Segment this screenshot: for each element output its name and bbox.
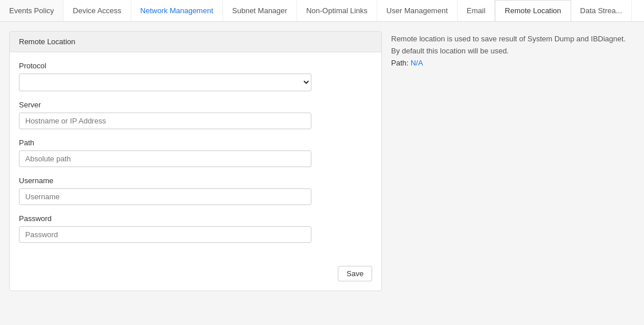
tab-events-policy[interactable]: Events Policy bbox=[0, 0, 64, 21]
right-panel: Remote location is used to save result o… bbox=[391, 31, 635, 291]
protocol-select-wrapper: FTP SFTP SCP bbox=[19, 73, 311, 91]
info-line1: Remote location is used to save result o… bbox=[391, 34, 626, 43]
protocol-label: Protocol bbox=[19, 61, 372, 70]
password-input[interactable] bbox=[19, 226, 311, 243]
info-path-label: Path: bbox=[391, 59, 408, 67]
main-content: Remote Location Protocol FTP SFTP SCP Se… bbox=[0, 22, 644, 300]
form-footer: Save bbox=[10, 261, 381, 291]
info-path-value: N/A bbox=[411, 59, 423, 67]
username-group: Username bbox=[19, 176, 372, 205]
info-text: Remote location is used to save result o… bbox=[391, 33, 635, 69]
tab-network-management[interactable]: Network Management bbox=[131, 0, 223, 21]
tab-non-optimal-links[interactable]: Non-Optimal Links bbox=[297, 0, 377, 21]
server-input[interactable] bbox=[19, 113, 311, 129]
path-group: Path bbox=[19, 138, 372, 167]
server-group: Server bbox=[19, 100, 372, 129]
tab-user-management[interactable]: User Management bbox=[377, 0, 458, 21]
protocol-select[interactable]: FTP SFTP SCP bbox=[19, 73, 311, 91]
info-line2: By default this location will be used. bbox=[391, 47, 509, 55]
password-group: Password bbox=[19, 214, 372, 243]
server-label: Server bbox=[19, 100, 372, 109]
path-label: Path bbox=[19, 138, 372, 147]
save-button[interactable]: Save bbox=[338, 266, 372, 281]
username-label: Username bbox=[19, 176, 372, 185]
tab-data-stream[interactable]: Data Strea... bbox=[571, 0, 632, 21]
protocol-group: Protocol FTP SFTP SCP bbox=[19, 61, 372, 91]
path-input[interactable] bbox=[19, 150, 311, 167]
panel-body: Protocol FTP SFTP SCP Server Path bbox=[10, 52, 381, 261]
tab-remote-location[interactable]: Remote Location bbox=[495, 0, 571, 22]
tab-email[interactable]: Email bbox=[458, 0, 495, 21]
password-label: Password bbox=[19, 214, 372, 223]
username-input[interactable] bbox=[19, 188, 311, 205]
left-panel: Remote Location Protocol FTP SFTP SCP Se… bbox=[9, 31, 382, 291]
panel-title: Remote Location bbox=[10, 32, 381, 52]
tab-bar: Events PolicyDevice AccessNetwork Manage… bbox=[0, 0, 644, 22]
tab-device-access[interactable]: Device Access bbox=[64, 0, 131, 21]
tab-subnet-manager[interactable]: Subnet Manager bbox=[223, 0, 297, 21]
